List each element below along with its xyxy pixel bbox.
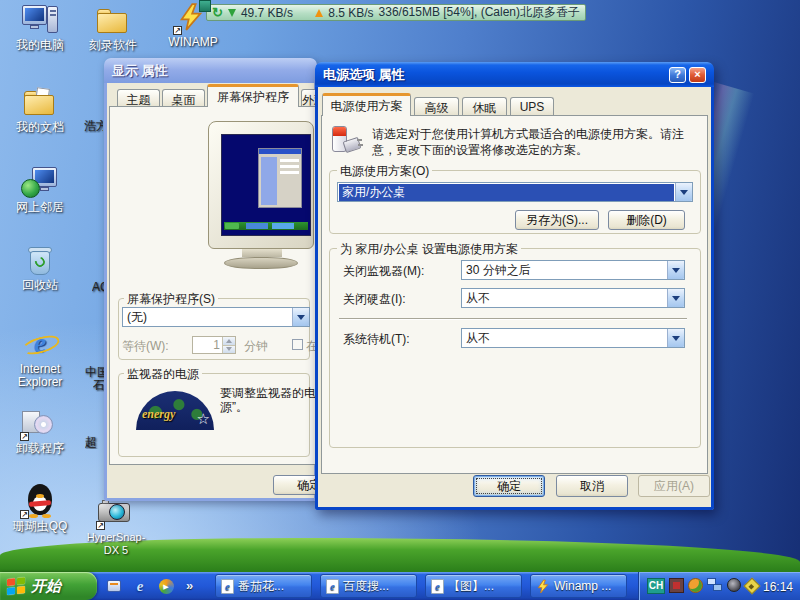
- wait-label: 等待(W):: [122, 338, 169, 355]
- power-options-dialog: 电源选项 属性 ? × 电源使用方案 高级 休眠 UPS 请选定对于您使用计算机…: [315, 62, 714, 510]
- desktop-icon-my-documents[interactable]: 我的文档: [2, 85, 78, 134]
- desktop-icon-label: 刻录软件: [80, 39, 146, 52]
- tab-hibernate[interactable]: 休眠: [462, 97, 507, 116]
- quick-launch-overflow-chevron[interactable]: »: [186, 578, 193, 593]
- cancel-button[interactable]: 取消: [556, 475, 628, 497]
- delete-button[interactable]: 删除(D): [608, 210, 685, 230]
- quick-launch-ie-button[interactable]: e: [130, 576, 150, 596]
- close-icon[interactable]: ×: [689, 67, 706, 83]
- taskbar-task-1[interactable]: e 番茄花...: [215, 574, 312, 598]
- memory-info: 336/615MB [54%], (Calen)北原多香子: [379, 4, 580, 21]
- folder-icon: [94, 3, 132, 37]
- desktop-icon-label: 卸载程序: [2, 442, 78, 455]
- tray-app-icon[interactable]: [688, 578, 703, 593]
- system-standby-select[interactable]: 从不: [461, 328, 685, 348]
- desktop-icon-label: 我的电脑: [2, 39, 78, 52]
- volume-icon[interactable]: [727, 578, 741, 592]
- wait-spinner[interactable]: 1: [192, 336, 236, 354]
- desktop-icon-uninstaller[interactable]: 卸载程序: [2, 406, 78, 455]
- turn-off-disks-value: 从不: [462, 289, 667, 308]
- screensaver-selected-value: (无): [123, 308, 292, 327]
- internet-explorer-icon: e: [431, 579, 444, 594]
- internet-explorer-icon: e: [221, 579, 234, 594]
- turn-off-monitor-value: 30 分钟之后: [462, 261, 667, 280]
- star-icon: ☆: [197, 411, 210, 426]
- wait-value: 1: [193, 337, 222, 353]
- turn-off-monitor-select[interactable]: 30 分钟之后: [461, 260, 685, 280]
- chevron-down-icon[interactable]: [675, 183, 692, 201]
- minutes-label: 分钟: [244, 338, 268, 355]
- shortcut-arrow-icon: [96, 521, 105, 530]
- save-as-button[interactable]: 另存为(S)...: [515, 210, 599, 230]
- power-dialog-title: 电源选项 属性: [323, 66, 666, 84]
- task-label: 百度搜...: [343, 578, 389, 595]
- taskbar-task-2[interactable]: e 百度搜...: [320, 574, 417, 598]
- network-monitor-bar[interactable]: ↻ 49.7 KB/s 8.5 KB/s 336/615MB [54%], (C…: [206, 4, 586, 21]
- desktop-icon-label-partial[interactable]: 中国: [85, 366, 104, 379]
- chevron-down-icon[interactable]: [667, 329, 684, 347]
- start-button[interactable]: 开始: [0, 572, 97, 600]
- desktop-icon-my-computer[interactable]: 我的电脑: [2, 3, 78, 52]
- winamp-lightning-icon: [536, 579, 550, 594]
- help-icon[interactable]: ?: [669, 67, 686, 83]
- desktop-icon-network-places[interactable]: 网上邻居: [2, 165, 78, 214]
- desktop-icon-label: 回收站: [2, 279, 78, 292]
- chevron-down-icon[interactable]: [667, 261, 684, 279]
- internet-explorer-icon: e: [21, 327, 59, 361]
- network-places-icon: [21, 165, 59, 199]
- display-ok-button[interactable]: 确定: [273, 475, 317, 495]
- apply-button[interactable]: 应用(A): [638, 475, 710, 497]
- shortcut-arrow-icon: [20, 510, 29, 519]
- desktop-icon-label-partial[interactable]: 浩方: [84, 120, 103, 133]
- quick-launch-media-player-button[interactable]: ▶: [156, 576, 176, 596]
- desktop-icon-internet-explorer[interactable]: e Internet Explorer: [2, 327, 78, 389]
- turn-off-disks-select[interactable]: 从不: [461, 288, 685, 308]
- tab-ups[interactable]: UPS: [510, 97, 554, 116]
- power-scheme-description: 请选定对于您使用计算机方式最适合的电源使用方案。请注意，更改下面的设置将修改选定…: [372, 126, 704, 158]
- spinner-down-icon[interactable]: [223, 346, 235, 354]
- power-scheme-icon: [329, 124, 363, 158]
- internet-explorer-icon: e: [326, 579, 339, 594]
- power-scheme-selected-value: 家用/办公桌: [339, 184, 674, 201]
- desktop-icon-label-partial[interactable]: 超: [85, 436, 103, 449]
- download-arrow-icon: [228, 9, 236, 17]
- turn-off-disks-label: 关闭硬盘(I):: [343, 291, 406, 308]
- ok-button[interactable]: 确定: [473, 475, 545, 497]
- upload-arrow-icon: [315, 9, 323, 17]
- my-documents-icon: [21, 85, 59, 119]
- show-desktop-button[interactable]: [104, 576, 124, 596]
- display-dialog-title: 显示 属性: [112, 62, 168, 80]
- chevron-down-icon[interactable]: [292, 308, 309, 326]
- system-standby-value: 从不: [462, 329, 667, 348]
- desktop-icon-winamp[interactable]: WINAMP: [164, 0, 222, 49]
- qq-penguin-icon: [21, 484, 59, 518]
- tray-diamond-icon[interactable]: [744, 578, 761, 595]
- show-desktop-icon: [107, 580, 121, 592]
- power-dialog-titlebar[interactable]: 电源选项 属性 ? ×: [315, 62, 714, 87]
- clock[interactable]: 16:14: [763, 580, 793, 594]
- password-protect-checkbox[interactable]: [292, 339, 303, 350]
- taskbar-task-3[interactable]: e 【图】...: [425, 574, 522, 598]
- tray-game-icon[interactable]: [669, 578, 684, 593]
- spinner-up-icon[interactable]: [223, 337, 235, 346]
- task-label: 番茄花...: [238, 578, 284, 595]
- winamp-lightning-icon: [174, 0, 212, 34]
- tab-advanced[interactable]: 高级: [414, 97, 459, 116]
- windows-logo-icon: [7, 577, 26, 596]
- power-scheme-select[interactable]: 家用/办公桌: [337, 182, 693, 202]
- desktop-icon-recycle-bin[interactable]: 回收站: [2, 243, 78, 292]
- tab-power-schemes[interactable]: 电源使用方案: [322, 93, 411, 116]
- tab-screensaver[interactable]: 屏幕保护程序: [207, 84, 299, 107]
- task-label: Winamp ...: [554, 579, 611, 593]
- chevron-down-icon[interactable]: [667, 289, 684, 307]
- taskbar: 开始 e ▶ » e 番茄花... e 百度搜... e 【图】... Wina…: [0, 572, 800, 600]
- display-dialog-titlebar[interactable]: 显示 属性: [104, 58, 317, 83]
- language-indicator[interactable]: CH: [647, 578, 665, 594]
- energy-star-logo: energy ☆: [136, 388, 214, 430]
- display-properties-dialog: 显示 属性 主题 桌面 屏幕保护程序 外观 屏幕保护程序(S) (无) 等待(W…: [104, 58, 317, 501]
- desktop-icon-hypersnap[interactable]: HyperSnap-DX 5: [80, 495, 152, 557]
- screensaver-select[interactable]: (无): [122, 307, 310, 327]
- desktop-icon-burning-software[interactable]: 刻录软件: [80, 3, 146, 52]
- desktop-icon-qq[interactable]: 珊瑚虫QQ: [2, 484, 78, 533]
- taskbar-task-winamp[interactable]: Winamp ...: [530, 574, 627, 598]
